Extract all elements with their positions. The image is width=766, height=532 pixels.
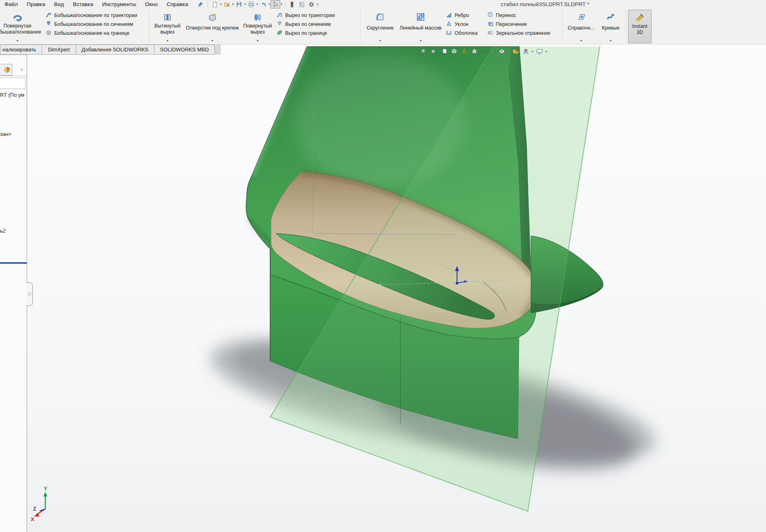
mirror-label: Зеркальное отражение [496,30,550,36]
move-icon [487,11,493,19]
zoom-to-area-icon[interactable] [430,47,438,55]
select-dropdown-caret[interactable]: ▾ [281,0,282,8]
hide-show-items-caret[interactable]: ▾ [508,50,510,53]
new-dropdown-caret[interactable]: ▾ [220,0,222,8]
sweep-cut-item[interactable]: Вырез по траектории [274,11,358,20]
print-icon[interactable] [246,0,256,8]
apply-scene-caret[interactable]: ▾ [532,50,533,53]
zoom-to-fit-icon[interactable] [420,47,428,55]
view-settings-caret[interactable]: ▾ [546,50,547,53]
linear-pattern-caret[interactable]: ▾ [420,39,421,43]
save-dropdown-caret[interactable]: ▾ [244,0,246,8]
draft-item[interactable]: Уклон [444,20,485,29]
expand-panel-chevron[interactable]: › [21,66,23,72]
annotation-views-icon[interactable] [460,47,468,55]
section-view-icon[interactable] [450,47,458,55]
draft-icon [446,20,452,28]
tab-solidworks-addins[interactable]: Добавления SOLIDWORKS [76,45,154,55]
menu-tools[interactable]: Инструменты [97,0,140,9]
tree-root-item[interactable]: RT (По ум [0,92,24,98]
revolved-boss-button[interactable]: Повернутая бобышка/основание ▾ [0,10,43,43]
linear-pattern-button[interactable]: Линейный массив ▾ [398,10,444,43]
intersect-item[interactable]: Пересечение [485,20,560,29]
document-title: стабил полный3SLDPRT.SLDPRT * [501,0,589,9]
revolved-boss-caret[interactable]: ▾ [17,39,18,43]
open-dropdown-caret[interactable]: ▾ [232,0,234,8]
view-settings-icon[interactable] [535,47,544,55]
tab-solidworks-mbd[interactable]: SOLIDWORKS MBD [154,45,215,55]
fillet-caret[interactable]: ▾ [379,39,381,43]
menu-window[interactable]: Окно [141,0,162,9]
extruded-cut-button[interactable]: Вытянутый вырез ▾ [151,10,184,43]
triad-x-label: X [31,516,34,522]
tree-rollback-bar[interactable] [0,262,27,264]
rib-item[interactable]: Ребро [444,11,485,20]
sweep-boss-label: Бобышка/основание по траектории [54,13,137,18]
revolved-cut-button[interactable]: Повернутый вырез ▾ [241,10,274,43]
menu-view[interactable]: Вид [50,0,68,9]
view-orientation-icon[interactable] [470,47,478,55]
reference-geometry-button[interactable]: Справочн... ▾ [565,10,598,43]
instant3d-toggle[interactable]: Instant 3D [628,10,652,43]
rib-icon [446,11,452,19]
menu-help[interactable]: Справка [162,0,193,9]
fillet-label: Скругление [367,25,394,31]
mirror-item[interactable]: Зеркальное отражение [485,29,560,38]
hole-wizard-button[interactable]: Отверстие под крепеж ▾ [184,10,241,43]
menu-file[interactable]: Файл [0,0,22,9]
new-document-icon[interactable] [210,0,220,8]
sweep-cut-icon [276,11,283,19]
graphics-viewport[interactable]: Y X Z [0,45,766,532]
menu-bar: Файл Правка Вид Вставка Инструменты Окно… [0,0,766,9]
display-settings-icon[interactable] [297,0,307,8]
sweep-boss-item[interactable]: Бобышка/основание по траектории [43,11,147,20]
move-item[interactable]: Перенос [485,11,560,20]
instant3d-label: Instant 3D [629,23,650,36]
boss-group: Повернутая бобышка/основание ▾ Бобышка/о… [0,9,149,44]
reference-group: Справочн... ▾ Кривые ▾ [563,9,626,44]
apply-scene-icon[interactable] [522,47,530,55]
boundary-boss-item[interactable]: Бобышка/основание на границе [43,29,147,38]
previous-view-icon[interactable] [440,47,448,55]
display-style-caret[interactable]: ▾ [494,50,496,53]
pin-icon[interactable] [196,0,205,8]
revolved-cut-caret[interactable]: ▾ [257,39,258,43]
loft-cut-item[interactable]: Вырез по сечениям [274,20,358,29]
save-icon[interactable] [234,0,244,8]
loft-cut-label: Вырез по сечениям [285,21,331,27]
boundary-cut-item[interactable]: Вырез по границе [274,29,358,38]
shell-item[interactable]: Оболочка [444,29,485,38]
print-dropdown-caret[interactable]: ▾ [256,0,258,8]
display-style-icon[interactable] [484,47,492,55]
loft-boss-item[interactable]: Бобышка/основание по сечениям [43,20,147,29]
extruded-cut-caret[interactable]: ▾ [167,39,168,43]
open-icon[interactable] [222,0,232,8]
tree-material-item[interactable]: зан> [0,131,11,137]
fillet-button[interactable]: Скругление ▾ [363,10,398,43]
edit-appearance-icon[interactable] [512,47,520,55]
tab-analyze[interactable]: нализировать [0,45,42,55]
rebuild-icon[interactable] [287,0,297,8]
menu-edit[interactable]: Правка [22,0,50,9]
tree-plane-item[interactable]: ь2 [0,228,6,234]
undo-icon[interactable] [258,0,268,8]
panel-splitter-handle[interactable] [27,282,33,306]
featuremanager-tab[interactable] [0,64,12,76]
view-orientation-caret[interactable]: ▾ [480,50,482,53]
curves-caret[interactable]: ▾ [610,39,612,43]
select-cursor-icon[interactable] [271,0,280,8]
instant3d-group: Instant 3D [626,9,654,44]
menu-insert[interactable]: Вставка [68,0,97,9]
toolbar-separator [285,1,285,8]
tab-dimxpert[interactable]: DimXpert [42,45,76,55]
hide-show-items-icon[interactable] [498,47,506,55]
options-dropdown-caret[interactable]: ▾ [317,0,318,8]
solidworks-window: { "window": { "title": "стабил полный3SL… [0,0,766,532]
curves-button[interactable]: Кривые ▾ [598,10,624,43]
reference-geometry-caret[interactable]: ▾ [580,39,582,43]
rib-column: Ребро Уклон Оболочка [444,10,485,43]
intersect-icon [487,20,493,28]
options-gear-icon[interactable] [307,0,316,8]
undo-dropdown-caret[interactable]: ▾ [269,0,270,8]
hole-wizard-caret[interactable]: ▾ [212,39,213,43]
